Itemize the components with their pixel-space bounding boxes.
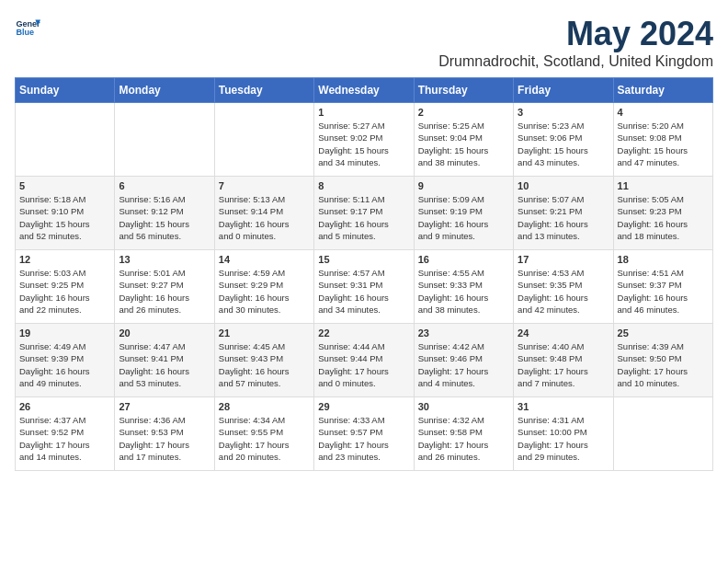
day-info: Sunrise: 4:51 AM Sunset: 9:37 PM Dayligh… [618,267,709,316]
day-info: Sunrise: 4:34 AM Sunset: 9:55 PM Dayligh… [219,414,310,463]
calendar-cell: 30Sunrise: 4:32 AM Sunset: 9:58 PM Dayli… [414,397,513,471]
day-info: Sunrise: 4:31 AM Sunset: 10:00 PM Daylig… [518,414,609,463]
day-info: Sunrise: 4:40 AM Sunset: 9:48 PM Dayligh… [518,340,609,389]
day-info: Sunrise: 5:25 AM Sunset: 9:04 PM Dayligh… [418,120,509,168]
day-info: Sunrise: 4:55 AM Sunset: 9:33 PM Dayligh… [418,267,509,316]
logo: General Blue [15,15,40,40]
day-info: Sunrise: 4:37 AM Sunset: 9:52 PM Dayligh… [19,414,110,463]
day-info: Sunrise: 5:18 AM Sunset: 9:10 PM Dayligh… [19,193,110,242]
calendar-cell: 2Sunrise: 5:25 AM Sunset: 9:04 PM Daylig… [414,103,513,177]
calendar-cell: 15Sunrise: 4:57 AM Sunset: 9:31 PM Dayli… [314,250,414,324]
calendar-cell: 13Sunrise: 5:01 AM Sunset: 9:27 PM Dayli… [115,250,214,324]
calendar-cell: 27Sunrise: 4:36 AM Sunset: 9:53 PM Dayli… [115,397,214,471]
day-number: 11 [618,180,709,191]
calendar-cell: 10Sunrise: 5:07 AM Sunset: 9:21 PM Dayli… [514,177,613,250]
calendar-week-row: 19Sunrise: 4:49 AM Sunset: 9:39 PM Dayli… [16,324,713,397]
day-number: 21 [219,327,310,339]
day-number: 8 [318,180,409,191]
day-info: Sunrise: 5:03 AM Sunset: 9:25 PM Dayligh… [19,267,110,316]
day-number: 1 [318,107,409,118]
header-friday: Friday [514,78,613,103]
day-number: 16 [418,254,509,265]
day-number: 7 [219,180,310,191]
calendar-cell: 19Sunrise: 4:49 AM Sunset: 9:39 PM Dayli… [16,324,115,397]
calendar-week-row: 12Sunrise: 5:03 AM Sunset: 9:25 PM Dayli… [16,250,713,324]
day-number: 9 [418,180,509,191]
header-monday: Monday [115,78,214,103]
header-tuesday: Tuesday [214,78,313,103]
calendar-cell: 3Sunrise: 5:23 AM Sunset: 9:06 PM Daylig… [514,103,613,177]
day-info: Sunrise: 5:23 AM Sunset: 9:06 PM Dayligh… [518,120,609,168]
day-info: Sunrise: 4:45 AM Sunset: 9:43 PM Dayligh… [219,340,310,389]
day-number: 13 [119,254,210,265]
day-info: Sunrise: 4:49 AM Sunset: 9:39 PM Dayligh… [19,340,110,389]
day-info: Sunrise: 5:20 AM Sunset: 9:08 PM Dayligh… [618,120,709,168]
day-info: Sunrise: 4:33 AM Sunset: 9:57 PM Dayligh… [318,414,409,463]
day-number: 29 [318,401,409,412]
calendar-cell [16,103,115,177]
calendar-header-row: SundayMondayTuesdayWednesdayThursdayFrid… [16,78,713,103]
calendar-cell: 16Sunrise: 4:55 AM Sunset: 9:33 PM Dayli… [414,250,513,324]
calendar-cell [115,103,214,177]
calendar-week-row: 5Sunrise: 5:18 AM Sunset: 9:10 PM Daylig… [16,177,713,250]
calendar-cell: 17Sunrise: 4:53 AM Sunset: 9:35 PM Dayli… [514,250,613,324]
day-number: 28 [219,401,310,412]
day-info: Sunrise: 4:57 AM Sunset: 9:31 PM Dayligh… [318,267,409,316]
day-number: 15 [318,254,409,265]
calendar-cell: 20Sunrise: 4:47 AM Sunset: 9:41 PM Dayli… [115,324,214,397]
calendar-cell: 21Sunrise: 4:45 AM Sunset: 9:43 PM Dayli… [214,324,313,397]
day-info: Sunrise: 5:13 AM Sunset: 9:14 PM Dayligh… [219,193,310,242]
day-number: 22 [318,327,409,339]
day-info: Sunrise: 4:59 AM Sunset: 9:29 PM Dayligh… [219,267,310,316]
page-header: General Blue May 2024 Drumnadrochit, Sco… [15,15,713,70]
header-wednesday: Wednesday [314,78,414,103]
day-number: 12 [19,254,110,265]
day-info: Sunrise: 4:36 AM Sunset: 9:53 PM Dayligh… [119,414,210,463]
calendar-cell: 25Sunrise: 4:39 AM Sunset: 9:50 PM Dayli… [613,324,712,397]
day-info: Sunrise: 4:47 AM Sunset: 9:41 PM Dayligh… [119,340,210,389]
calendar-cell: 22Sunrise: 4:44 AM Sunset: 9:44 PM Dayli… [314,324,414,397]
day-info: Sunrise: 5:11 AM Sunset: 9:17 PM Dayligh… [318,193,409,242]
header-thursday: Thursday [414,78,513,103]
calendar-cell: 14Sunrise: 4:59 AM Sunset: 9:29 PM Dayli… [214,250,313,324]
calendar-cell: 9Sunrise: 5:09 AM Sunset: 9:19 PM Daylig… [414,177,513,250]
calendar-cell: 12Sunrise: 5:03 AM Sunset: 9:25 PM Dayli… [16,250,115,324]
day-number: 4 [618,107,709,118]
day-number: 30 [418,401,509,412]
day-number: 31 [518,401,609,412]
calendar-cell [613,397,712,471]
day-info: Sunrise: 5:01 AM Sunset: 9:27 PM Dayligh… [119,267,210,316]
calendar-cell: 11Sunrise: 5:05 AM Sunset: 9:23 PM Dayli… [613,177,712,250]
calendar-cell: 6Sunrise: 5:16 AM Sunset: 9:12 PM Daylig… [115,177,214,250]
calendar-cell: 7Sunrise: 5:13 AM Sunset: 9:14 PM Daylig… [214,177,313,250]
calendar-cell: 31Sunrise: 4:31 AM Sunset: 10:00 PM Dayl… [514,397,613,471]
day-number: 25 [618,327,709,339]
calendar-cell [214,103,313,177]
day-info: Sunrise: 5:16 AM Sunset: 9:12 PM Dayligh… [119,193,210,242]
day-number: 18 [618,254,709,265]
logo-icon: General Blue [15,15,40,40]
day-info: Sunrise: 4:53 AM Sunset: 9:35 PM Dayligh… [518,267,609,316]
day-number: 14 [219,254,310,265]
day-info: Sunrise: 5:27 AM Sunset: 9:02 PM Dayligh… [318,120,409,168]
day-number: 3 [518,107,609,118]
calendar-cell: 26Sunrise: 4:37 AM Sunset: 9:52 PM Dayli… [16,397,115,471]
calendar-cell: 5Sunrise: 5:18 AM Sunset: 9:10 PM Daylig… [16,177,115,250]
main-title: May 2024 [438,15,713,53]
day-number: 5 [19,180,110,191]
day-number: 24 [518,327,609,339]
header-saturday: Saturday [613,78,712,103]
day-number: 27 [119,401,210,412]
day-number: 6 [119,180,210,191]
calendar-cell: 8Sunrise: 5:11 AM Sunset: 9:17 PM Daylig… [314,177,414,250]
calendar-week-row: 26Sunrise: 4:37 AM Sunset: 9:52 PM Dayli… [16,397,713,471]
subtitle: Drumnadrochit, Scotland, United Kingdom [438,53,713,70]
day-info: Sunrise: 4:44 AM Sunset: 9:44 PM Dayligh… [318,340,409,389]
calendar-cell: 23Sunrise: 4:42 AM Sunset: 9:46 PM Dayli… [414,324,513,397]
day-number: 10 [518,180,609,191]
day-info: Sunrise: 5:05 AM Sunset: 9:23 PM Dayligh… [618,193,709,242]
calendar-cell: 1Sunrise: 5:27 AM Sunset: 9:02 PM Daylig… [314,103,414,177]
day-info: Sunrise: 5:07 AM Sunset: 9:21 PM Dayligh… [518,193,609,242]
day-info: Sunrise: 4:42 AM Sunset: 9:46 PM Dayligh… [418,340,509,389]
calendar-cell: 29Sunrise: 4:33 AM Sunset: 9:57 PM Dayli… [314,397,414,471]
